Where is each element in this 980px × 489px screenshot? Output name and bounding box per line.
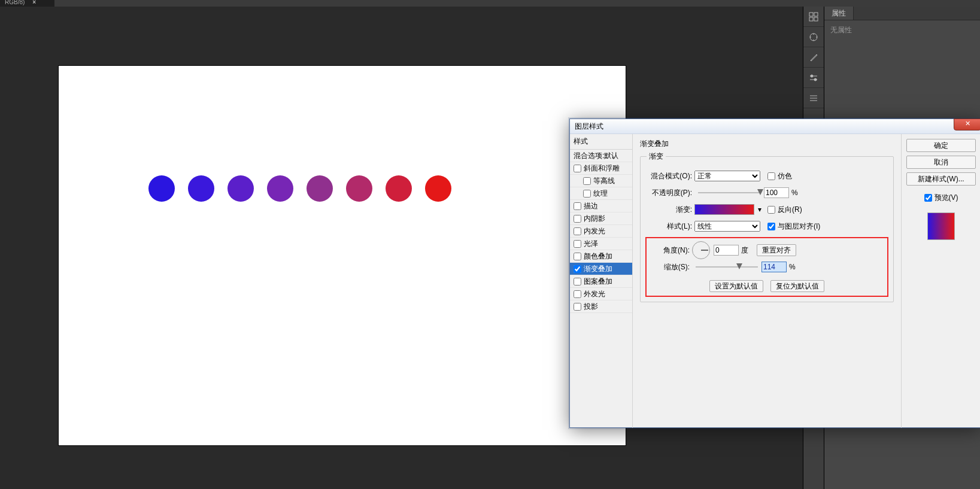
blend-mode-label: 混合模式(O): xyxy=(647,171,694,181)
effect-row[interactable]: 描边 xyxy=(570,200,632,212)
effect-row[interactable]: 图案叠加 xyxy=(570,275,632,288)
effect-label: 斜面和浮雕 xyxy=(584,163,620,174)
document-tab-strip: RGB/8) × xyxy=(0,0,980,7)
dot[interactable] xyxy=(346,175,372,202)
options-section-title: 渐变叠加 xyxy=(640,139,894,149)
brush-icon[interactable] xyxy=(803,47,824,68)
gradient-style-select[interactable]: 线性 xyxy=(694,221,760,232)
svg-rect-3 xyxy=(814,17,818,21)
dot[interactable] xyxy=(425,175,451,202)
opacity-input[interactable] xyxy=(764,187,789,198)
effect-label: 纹理 xyxy=(593,189,608,199)
close-icon[interactable]: × xyxy=(32,0,36,5)
reset-alignment-button[interactable]: 重置对齐 xyxy=(757,244,796,256)
gradient-label: 渐变: xyxy=(647,205,694,215)
effect-row[interactable]: 内阴影 xyxy=(570,212,632,225)
canvas[interactable] xyxy=(59,66,626,445)
effect-checkbox[interactable] xyxy=(583,190,591,198)
document-tab-label: RGB/8) xyxy=(5,0,25,5)
gradient-preview[interactable] xyxy=(694,204,754,215)
new-style-button[interactable]: 新建样式(W)... xyxy=(906,172,976,186)
styles-header[interactable]: 样式 xyxy=(570,134,632,150)
close-button[interactable]: ✕ xyxy=(954,119,980,130)
ok-button[interactable]: 确定 xyxy=(906,139,976,152)
effect-checkbox[interactable] xyxy=(574,240,581,248)
scale-label: 缩放(S): xyxy=(650,262,692,272)
svg-point-6 xyxy=(814,78,817,81)
svg-rect-2 xyxy=(809,17,813,21)
effect-label: 图案叠加 xyxy=(584,277,612,287)
panel-tabbar: 属性 xyxy=(824,7,980,20)
effect-checkbox[interactable] xyxy=(574,202,581,210)
effect-checkbox[interactable] xyxy=(574,227,581,235)
effect-row[interactable]: 投影 xyxy=(570,300,632,313)
effect-row[interactable]: 渐变叠加 xyxy=(570,263,632,275)
effect-checkbox[interactable] xyxy=(574,290,581,298)
dots-row xyxy=(148,175,451,202)
dot[interactable] xyxy=(386,175,412,202)
effect-row[interactable]: 等高线 xyxy=(570,175,632,187)
effect-checkbox[interactable] xyxy=(574,278,581,285)
effect-label: 投影 xyxy=(584,302,598,312)
angle-label: 角度(N): xyxy=(650,245,692,256)
effect-row[interactable]: 颜色叠加 xyxy=(570,250,632,263)
bars-icon[interactable] xyxy=(803,88,824,108)
effect-checkbox[interactable] xyxy=(574,253,581,260)
dot[interactable] xyxy=(227,175,254,202)
effect-checkbox[interactable] xyxy=(574,165,581,172)
svg-point-5 xyxy=(811,75,813,77)
document-tab[interactable]: RGB/8) × xyxy=(0,0,54,7)
effect-label: 内阴影 xyxy=(584,214,605,224)
effect-checkbox[interactable] xyxy=(574,265,581,273)
dot[interactable] xyxy=(188,175,214,202)
angle-dial[interactable] xyxy=(692,241,710,259)
effect-label: 颜色叠加 xyxy=(584,251,612,262)
effect-row[interactable]: 纹理 xyxy=(570,187,632,200)
scale-input[interactable] xyxy=(761,262,787,272)
effect-checkbox[interactable] xyxy=(574,303,581,311)
effect-label: 渐变叠加 xyxy=(584,264,612,274)
effect-label: 描边 xyxy=(584,201,598,211)
align-with-layer-checkbox[interactable]: 与图层对齐(I) xyxy=(767,221,820,232)
cancel-button[interactable]: 取消 xyxy=(906,156,976,169)
reset-to-default-button[interactable]: 复位为默认值 xyxy=(770,280,824,292)
grid-icon[interactable] xyxy=(803,7,824,27)
opacity-label: 不透明度(P): xyxy=(647,188,694,198)
effect-row[interactable]: 外发光 xyxy=(570,288,632,300)
effect-row[interactable]: 内发光 xyxy=(570,225,632,238)
scale-slider[interactable] xyxy=(696,263,758,271)
adjust-icon[interactable] xyxy=(803,68,824,88)
reverse-checkbox[interactable]: 反向(R) xyxy=(767,205,802,215)
dot[interactable] xyxy=(148,175,175,202)
style-label: 样式(L): xyxy=(647,221,694,232)
angle-input[interactable] xyxy=(714,245,739,256)
layer-style-dialog: 图层样式 ✕ 样式 混合选项:默认 斜面和浮雕等高线纹理描边内阴影内发光光泽颜色… xyxy=(569,119,980,428)
chevron-down-icon[interactable]: ▾ xyxy=(758,205,761,214)
angle-suffix: 度 xyxy=(741,245,748,256)
effect-label: 光泽 xyxy=(584,239,598,249)
dialog-title: 图层样式 xyxy=(575,122,603,130)
effect-row[interactable]: 斜面和浮雕 xyxy=(570,162,632,175)
dither-checkbox[interactable]: 仿色 xyxy=(767,171,792,181)
preview-swatch xyxy=(927,212,955,240)
dialog-button-column: 确定 取消 新建样式(W)... 预览(V) xyxy=(901,134,980,428)
scale-suffix: % xyxy=(789,263,796,271)
dot[interactable] xyxy=(307,175,333,202)
make-default-button[interactable]: 设置为默认值 xyxy=(709,280,763,292)
effect-checkbox[interactable] xyxy=(574,215,581,223)
panel-body: 无属性 xyxy=(824,20,980,40)
preview-checkbox[interactable]: 预览(V) xyxy=(924,193,958,203)
blend-options-row[interactable]: 混合选项:默认 xyxy=(570,150,632,162)
effect-label: 外发光 xyxy=(584,289,605,299)
effect-checkbox[interactable] xyxy=(583,177,591,185)
gradient-overlay-options: 渐变叠加 渐变 混合模式(O): 正常 仿色 不透明度(P): % xyxy=(633,134,901,428)
opacity-slider[interactable] xyxy=(698,189,760,197)
dot[interactable] xyxy=(267,175,293,202)
compass-icon[interactable] xyxy=(803,27,824,47)
effect-row[interactable]: 光泽 xyxy=(570,238,632,250)
dialog-titlebar[interactable]: 图层样式 ✕ xyxy=(570,119,980,134)
highlighted-region: 角度(N): 度 重置对齐 缩放(S): % 设置为默认值 复位 xyxy=(645,237,888,297)
tab-properties[interactable]: 属性 xyxy=(824,7,854,20)
effect-category-list: 样式 混合选项:默认 斜面和浮雕等高线纹理描边内阴影内发光光泽颜色叠加渐变叠加图… xyxy=(570,134,633,428)
blend-mode-select[interactable]: 正常 xyxy=(694,171,760,181)
